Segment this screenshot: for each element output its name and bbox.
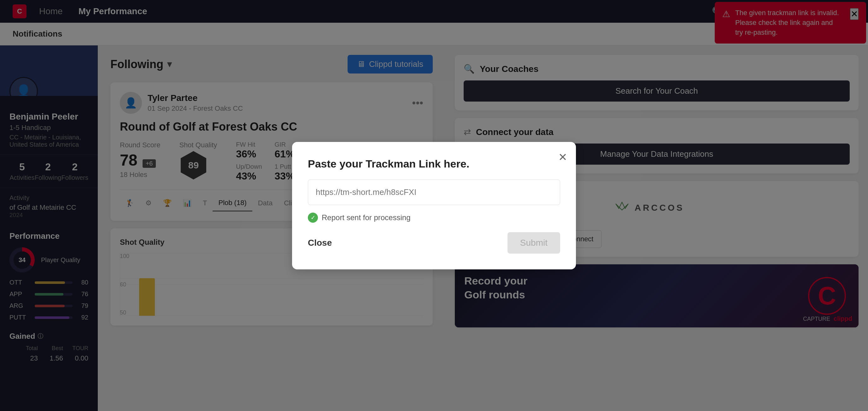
trackman-modal: Paste your Trackman Link here. ✕ ✓ Repor… bbox=[292, 142, 576, 270]
modal-footer: Close Submit bbox=[308, 232, 560, 254]
modal-submit-button[interactable]: Submit bbox=[507, 232, 560, 254]
modal-title: Paste your Trackman Link here. bbox=[308, 158, 560, 170]
success-check-icon: ✓ bbox=[308, 213, 318, 223]
trackman-link-input[interactable] bbox=[308, 180, 560, 205]
modal-close-button[interactable]: Close bbox=[308, 238, 332, 248]
modal-close-icon-button[interactable]: ✕ bbox=[558, 151, 567, 163]
modal-overlay[interactable]: Paste your Trackman Link here. ✕ ✓ Repor… bbox=[0, 0, 868, 411]
success-text: Report sent for processing bbox=[322, 213, 410, 222]
modal-success-message: ✓ Report sent for processing bbox=[308, 213, 560, 223]
